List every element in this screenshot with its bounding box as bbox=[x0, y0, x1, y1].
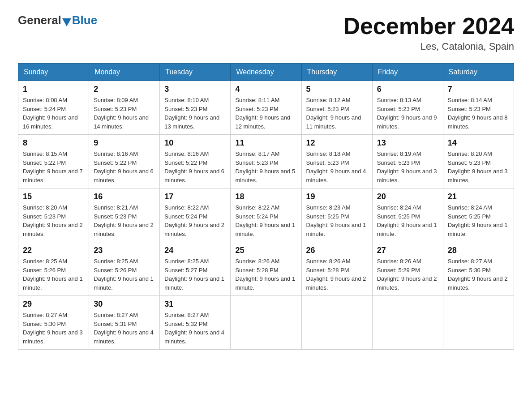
day-number: 14 bbox=[448, 138, 509, 148]
logo: General Blue bbox=[18, 13, 97, 27]
day-number: 3 bbox=[164, 85, 226, 94]
calendar-cell: 30 Sunrise: 8:27 AM Sunset: 5:31 PM Dayl… bbox=[89, 296, 160, 350]
day-info: Sunrise: 8:09 AM Sunset: 5:23 PM Dayligh… bbox=[94, 96, 155, 131]
calendar-cell: 3 Sunrise: 8:10 AM Sunset: 5:23 PM Dayli… bbox=[160, 81, 231, 135]
day-info: Sunrise: 8:17 AM Sunset: 5:23 PM Dayligh… bbox=[235, 150, 296, 184]
day-info: Sunrise: 8:10 AM Sunset: 5:23 PM Dayligh… bbox=[164, 96, 226, 131]
day-number: 5 bbox=[306, 85, 368, 94]
calendar-cell: 15 Sunrise: 8:20 AM Sunset: 5:23 PM Dayl… bbox=[18, 188, 89, 242]
day-info: Sunrise: 8:26 AM Sunset: 5:29 PM Dayligh… bbox=[377, 257, 438, 292]
weekday-header-tuesday: Tuesday bbox=[160, 64, 231, 81]
day-number: 7 bbox=[448, 85, 509, 94]
calendar-cell: 28 Sunrise: 8:27 AM Sunset: 5:30 PM Dayl… bbox=[443, 242, 514, 296]
weekday-header-sunday: Sunday bbox=[18, 64, 89, 81]
day-number: 19 bbox=[306, 192, 368, 201]
day-number: 1 bbox=[23, 85, 84, 94]
calendar-cell bbox=[372, 296, 443, 350]
calendar-cell bbox=[301, 296, 372, 350]
day-number: 27 bbox=[377, 246, 438, 255]
day-number: 4 bbox=[235, 85, 296, 94]
day-info: Sunrise: 8:24 AM Sunset: 5:25 PM Dayligh… bbox=[448, 203, 509, 238]
calendar-cell: 31 Sunrise: 8:27 AM Sunset: 5:32 PM Dayl… bbox=[160, 296, 231, 350]
day-number: 24 bbox=[164, 246, 226, 255]
calendar-cell: 20 Sunrise: 8:24 AM Sunset: 5:25 PM Dayl… bbox=[372, 188, 443, 242]
calendar-cell bbox=[443, 296, 514, 350]
day-number: 26 bbox=[306, 246, 368, 255]
weekday-header-row: SundayMondayTuesdayWednesdayThursdayFrid… bbox=[18, 64, 514, 81]
calendar-cell bbox=[231, 296, 301, 350]
calendar-title: December 2024 bbox=[343, 13, 514, 39]
calendar-table: SundayMondayTuesdayWednesdayThursdayFrid… bbox=[18, 63, 514, 350]
day-number: 13 bbox=[377, 138, 438, 148]
calendar-week-row: 29 Sunrise: 8:27 AM Sunset: 5:30 PM Dayl… bbox=[18, 296, 514, 350]
day-number: 10 bbox=[164, 138, 226, 148]
calendar-cell: 8 Sunrise: 8:15 AM Sunset: 5:22 PM Dayli… bbox=[18, 135, 89, 188]
calendar-subtitle: Les, Catalonia, Spain bbox=[343, 41, 514, 52]
calendar-week-row: 8 Sunrise: 8:15 AM Sunset: 5:22 PM Dayli… bbox=[18, 135, 514, 188]
day-info: Sunrise: 8:25 AM Sunset: 5:26 PM Dayligh… bbox=[94, 257, 155, 292]
day-info: Sunrise: 8:16 AM Sunset: 5:22 PM Dayligh… bbox=[94, 150, 155, 184]
day-info: Sunrise: 8:23 AM Sunset: 5:25 PM Dayligh… bbox=[306, 203, 368, 238]
calendar-cell: 1 Sunrise: 8:08 AM Sunset: 5:24 PM Dayli… bbox=[18, 81, 89, 135]
calendar-cell: 2 Sunrise: 8:09 AM Sunset: 5:23 PM Dayli… bbox=[89, 81, 160, 135]
calendar-cell: 16 Sunrise: 8:21 AM Sunset: 5:23 PM Dayl… bbox=[89, 188, 160, 242]
calendar-cell: 21 Sunrise: 8:24 AM Sunset: 5:25 PM Dayl… bbox=[443, 188, 514, 242]
day-number: 22 bbox=[23, 246, 84, 255]
day-number: 21 bbox=[448, 192, 509, 201]
day-info: Sunrise: 8:15 AM Sunset: 5:22 PM Dayligh… bbox=[23, 150, 84, 184]
day-number: 2 bbox=[94, 85, 155, 94]
day-info: Sunrise: 8:24 AM Sunset: 5:25 PM Dayligh… bbox=[377, 203, 438, 238]
day-number: 16 bbox=[94, 192, 155, 201]
calendar-cell: 26 Sunrise: 8:26 AM Sunset: 5:28 PM Dayl… bbox=[301, 242, 372, 296]
day-info: Sunrise: 8:19 AM Sunset: 5:23 PM Dayligh… bbox=[377, 150, 438, 184]
calendar-cell: 4 Sunrise: 8:11 AM Sunset: 5:23 PM Dayli… bbox=[231, 81, 301, 135]
day-info: Sunrise: 8:26 AM Sunset: 5:28 PM Dayligh… bbox=[306, 257, 368, 292]
logo-blue-text: Blue bbox=[72, 13, 97, 27]
calendar-cell: 11 Sunrise: 8:17 AM Sunset: 5:23 PM Dayl… bbox=[231, 135, 301, 188]
calendar-cell: 7 Sunrise: 8:14 AM Sunset: 5:23 PM Dayli… bbox=[443, 81, 514, 135]
calendar-week-row: 15 Sunrise: 8:20 AM Sunset: 5:23 PM Dayl… bbox=[18, 188, 514, 242]
day-number: 17 bbox=[164, 192, 226, 201]
day-number: 8 bbox=[23, 138, 84, 148]
day-number: 18 bbox=[235, 192, 296, 201]
calendar-week-row: 22 Sunrise: 8:25 AM Sunset: 5:26 PM Dayl… bbox=[18, 242, 514, 296]
calendar-cell: 27 Sunrise: 8:26 AM Sunset: 5:29 PM Dayl… bbox=[372, 242, 443, 296]
day-info: Sunrise: 8:20 AM Sunset: 5:23 PM Dayligh… bbox=[448, 150, 509, 184]
calendar-cell: 22 Sunrise: 8:25 AM Sunset: 5:26 PM Dayl… bbox=[18, 242, 89, 296]
day-info: Sunrise: 8:26 AM Sunset: 5:28 PM Dayligh… bbox=[235, 257, 296, 292]
day-info: Sunrise: 8:13 AM Sunset: 5:23 PM Dayligh… bbox=[377, 96, 438, 131]
day-number: 12 bbox=[306, 138, 368, 148]
day-info: Sunrise: 8:22 AM Sunset: 5:24 PM Dayligh… bbox=[235, 203, 296, 238]
calendar-cell: 14 Sunrise: 8:20 AM Sunset: 5:23 PM Dayl… bbox=[443, 135, 514, 188]
day-number: 6 bbox=[377, 85, 438, 94]
day-number: 11 bbox=[235, 138, 296, 148]
day-info: Sunrise: 8:08 AM Sunset: 5:24 PM Dayligh… bbox=[23, 96, 84, 131]
calendar-cell: 12 Sunrise: 8:18 AM Sunset: 5:23 PM Dayl… bbox=[301, 135, 372, 188]
weekday-header-saturday: Saturday bbox=[443, 64, 514, 81]
weekday-header-friday: Friday bbox=[372, 64, 443, 81]
calendar-cell: 9 Sunrise: 8:16 AM Sunset: 5:22 PM Dayli… bbox=[89, 135, 160, 188]
day-info: Sunrise: 8:22 AM Sunset: 5:24 PM Dayligh… bbox=[164, 203, 226, 238]
weekday-header-thursday: Thursday bbox=[301, 64, 372, 81]
calendar-cell: 19 Sunrise: 8:23 AM Sunset: 5:25 PM Dayl… bbox=[301, 188, 372, 242]
day-number: 15 bbox=[23, 192, 84, 201]
weekday-header-monday: Monday bbox=[89, 64, 160, 81]
calendar-cell: 23 Sunrise: 8:25 AM Sunset: 5:26 PM Dayl… bbox=[89, 242, 160, 296]
calendar-cell: 10 Sunrise: 8:16 AM Sunset: 5:22 PM Dayl… bbox=[160, 135, 231, 188]
logo-triangle-icon bbox=[62, 18, 71, 26]
calendar-cell: 29 Sunrise: 8:27 AM Sunset: 5:30 PM Dayl… bbox=[18, 296, 89, 350]
header: General Blue December 2024 Les, Cataloni… bbox=[18, 13, 514, 52]
day-number: 23 bbox=[94, 246, 155, 255]
calendar-cell: 13 Sunrise: 8:19 AM Sunset: 5:23 PM Dayl… bbox=[372, 135, 443, 188]
calendar-cell: 18 Sunrise: 8:22 AM Sunset: 5:24 PM Dayl… bbox=[231, 188, 301, 242]
day-number: 28 bbox=[448, 246, 509, 255]
day-info: Sunrise: 8:27 AM Sunset: 5:30 PM Dayligh… bbox=[23, 311, 84, 346]
calendar-cell: 5 Sunrise: 8:12 AM Sunset: 5:23 PM Dayli… bbox=[301, 81, 372, 135]
day-info: Sunrise: 8:18 AM Sunset: 5:23 PM Dayligh… bbox=[306, 150, 368, 184]
day-info: Sunrise: 8:25 AM Sunset: 5:27 PM Dayligh… bbox=[164, 257, 226, 292]
day-number: 20 bbox=[377, 192, 438, 201]
day-number: 29 bbox=[23, 300, 84, 309]
day-info: Sunrise: 8:21 AM Sunset: 5:23 PM Dayligh… bbox=[94, 203, 155, 238]
day-info: Sunrise: 8:11 AM Sunset: 5:23 PM Dayligh… bbox=[235, 96, 296, 131]
logo-general-text: General bbox=[18, 13, 61, 27]
